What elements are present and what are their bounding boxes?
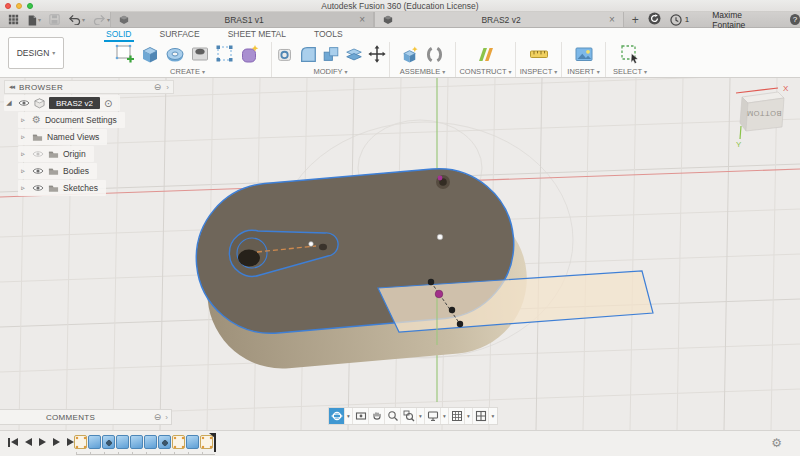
expand-icon[interactable]: ▹ — [18, 133, 28, 141]
group-label-create[interactable]: CREATE▾ — [170, 67, 205, 76]
timeline-feature[interactable] — [102, 435, 115, 449]
chain-point-magenta[interactable] — [435, 290, 443, 298]
browser-root-row[interactable]: ◢ BRAS2 v2 ⊙ — [4, 95, 120, 111]
face-point[interactable] — [437, 234, 443, 240]
combine-button[interactable] — [321, 44, 341, 64]
fit-button[interactable] — [401, 408, 417, 424]
close-tab-icon[interactable]: × — [359, 15, 365, 25]
eye-icon[interactable] — [18, 99, 30, 107]
root-component-name[interactable]: BRAS2 v2 — [49, 97, 100, 109]
hole-button[interactable] — [189, 43, 211, 65]
detach-panel-icon[interactable]: ⊖ — [154, 82, 162, 92]
group-label-assemble[interactable]: ASSEMBLE▾ — [400, 67, 445, 76]
timeline-feature[interactable] — [186, 435, 199, 449]
panel-resize-icon[interactable]: › — [166, 83, 169, 92]
expand-icon[interactable]: ▹ — [18, 116, 28, 124]
timeline-feature[interactable] — [74, 435, 87, 449]
group-label-inspect[interactable]: INSPECT▾ — [520, 67, 558, 76]
step-forward-button[interactable] — [53, 437, 60, 447]
viewports-button[interactable] — [473, 408, 489, 424]
timeline-feature[interactable] — [144, 435, 157, 449]
group-label-modify[interactable]: MODIFY▾ — [313, 67, 347, 76]
edge-hole[interactable] — [436, 175, 450, 189]
undo-button[interactable]: ▾ — [68, 14, 85, 25]
job-status-icon[interactable] — [648, 11, 661, 29]
pan-button[interactable] — [369, 408, 385, 424]
tab-surface[interactable]: SURFACE — [158, 29, 202, 42]
go-to-start-button[interactable] — [8, 437, 18, 447]
pocket-hole-small[interactable] — [319, 244, 327, 250]
timeline-feature[interactable] — [88, 435, 101, 449]
timeline-feature[interactable] — [172, 435, 185, 449]
move-button[interactable] — [367, 44, 387, 64]
display-settings-button[interactable] — [425, 408, 441, 424]
app-grid-icon[interactable] — [8, 11, 19, 29]
eye-icon[interactable] — [32, 167, 44, 175]
create-form-button[interactable] — [239, 43, 261, 65]
browser-header[interactable]: ◂◂ BROWSER ⊖ › — [4, 80, 174, 94]
browser-item-document-settings[interactable]: ▹ ⚙ Document Settings — [18, 112, 125, 128]
browser-item-origin[interactable]: ▹ Origin — [18, 146, 94, 162]
origin-point[interactable] — [438, 176, 443, 181]
tab-sheet-metal[interactable]: SHEET METAL — [226, 29, 288, 42]
create-sketch-button[interactable] — [114, 43, 136, 65]
select-button[interactable] — [619, 43, 641, 65]
help-button[interactable]: ? — [790, 14, 800, 25]
zoom-button[interactable] — [385, 408, 401, 424]
offset-face-button[interactable] — [344, 44, 364, 64]
panel-resize-icon[interactable]: › — [165, 413, 168, 422]
tab-solid[interactable]: SOLID — [104, 29, 134, 42]
eye-icon[interactable] — [32, 184, 44, 192]
browser-item-sketches[interactable]: ▹ Sketches — [18, 180, 106, 196]
revolve-button[interactable] — [164, 43, 186, 65]
expand-icon[interactable]: ▹ — [18, 184, 28, 192]
view-cube[interactable]: X BOTTOM Y — [728, 80, 798, 152]
timeline-settings-gear-icon[interactable]: ⚙ — [771, 436, 782, 450]
viewports-caret[interactable]: ▾ — [489, 408, 497, 424]
redo-button[interactable]: ▾ — [93, 14, 110, 25]
collapse-panel-icon[interactable]: ◂◂ — [9, 83, 14, 91]
new-tab-button[interactable]: + — [632, 14, 639, 26]
save-button[interactable] — [49, 11, 60, 29]
timeline-feature[interactable] — [130, 435, 143, 449]
group-label-construct[interactable]: CONSTRUCT▾ — [459, 67, 511, 76]
construct-plane-button[interactable] — [475, 43, 497, 65]
fit-caret[interactable]: ▾ — [417, 408, 425, 424]
eye-off-icon[interactable] — [32, 150, 44, 158]
orbit-button[interactable] — [329, 408, 345, 424]
tab-tools[interactable]: TOOLS — [312, 29, 345, 42]
display-caret[interactable]: ▾ — [441, 408, 449, 424]
look-at-button[interactable] — [353, 408, 369, 424]
expand-icon[interactable]: ▹ — [18, 150, 28, 158]
detach-panel-icon[interactable]: ⊖ — [154, 412, 162, 422]
pocket-hole-large[interactable] — [238, 250, 260, 267]
document-tab-bras1[interactable]: BRAS1 v1 × — [110, 12, 374, 27]
activate-component-icon[interactable]: ⊙ — [104, 98, 112, 109]
press-pull-button[interactable] — [275, 44, 295, 64]
user-account-button[interactable]: Maxime Fontaine — [712, 10, 771, 30]
group-label-insert[interactable]: INSERT▾ — [567, 67, 599, 76]
notification-center-button[interactable]: 1 — [670, 14, 689, 26]
fillet-button[interactable] — [298, 44, 318, 64]
comments-panel[interactable]: COMMENTS ⊖ › — [0, 409, 172, 425]
insert-canvas-button[interactable] — [573, 43, 595, 65]
file-menu-button[interactable]: ▾ — [27, 14, 41, 26]
measure-button[interactable] — [528, 43, 550, 65]
timeline-position-marker[interactable] — [214, 435, 217, 449]
browser-item-named-views[interactable]: ▹ Named Views — [18, 129, 107, 145]
workspace-switcher-button[interactable]: DESIGN ▾ — [8, 37, 64, 69]
expand-root-icon[interactable]: ◢ — [4, 99, 14, 107]
orbit-caret[interactable]: ▾ — [345, 408, 353, 424]
sketch-point-white[interactable] — [309, 242, 314, 247]
timeline-feature[interactable] — [158, 435, 171, 449]
joint-button[interactable] — [424, 44, 445, 65]
document-tab-bras2[interactable]: BRAS2 v2 × — [374, 12, 624, 27]
grid-caret[interactable]: ▾ — [465, 408, 473, 424]
expand-icon[interactable]: ▹ — [18, 167, 28, 175]
pattern-button[interactable] — [214, 43, 236, 65]
play-button[interactable] — [39, 437, 46, 447]
close-tab-icon[interactable]: × — [609, 15, 615, 25]
timeline-feature[interactable] — [116, 435, 129, 449]
step-back-button[interactable] — [25, 437, 32, 447]
grid-snaps-button[interactable] — [449, 408, 465, 424]
